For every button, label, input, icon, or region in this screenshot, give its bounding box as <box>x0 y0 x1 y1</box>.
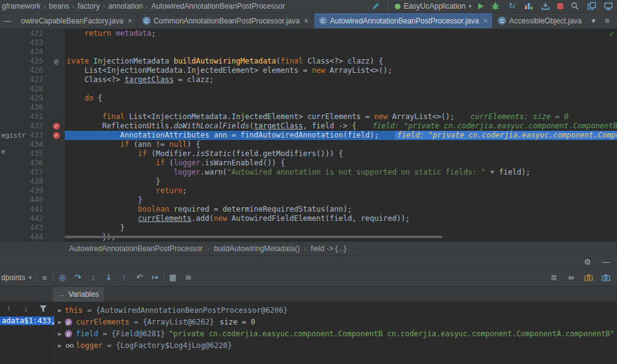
line-number[interactable]: 440 <box>0 196 48 205</box>
gutter[interactable] <box>48 85 65 94</box>
code-text[interactable]: ivate InjectionMetadata buildAutowiringM… <box>65 57 617 66</box>
gutter[interactable]: ✓ <box>48 122 65 131</box>
line-number[interactable]: 422 <box>0 29 48 38</box>
line-number[interactable]: 425 <box>0 57 48 66</box>
horizontal-scrollbar[interactable] <box>65 236 442 238</box>
debug-icon[interactable] <box>491 1 500 11</box>
gutter[interactable] <box>48 159 65 168</box>
code-text[interactable] <box>65 38 617 48</box>
settings-gear-icon[interactable]: ⚙ <box>582 257 592 267</box>
gutter[interactable] <box>48 29 65 38</box>
line-number[interactable]: 435 <box>0 149 48 159</box>
show-execution-point-icon[interactable]: ◎ <box>57 273 67 283</box>
inspections-ok-icon[interactable]: ✓ <box>609 30 615 38</box>
hide-panel-icon[interactable]: — <box>601 257 611 267</box>
gutter[interactable]: ✓ <box>48 131 65 140</box>
profiler-icon[interactable] <box>524 1 534 11</box>
code-text[interactable]: final List<InjectionMetadata.InjectedEle… <box>65 112 617 122</box>
variable-row-logger[interactable]: ▶logger = {LogFactory$Log4jLog@6220} <box>55 339 617 351</box>
breakpoint-icon[interactable]: ✓ <box>53 132 60 139</box>
step-into-icon[interactable]: ↓ <box>88 273 98 283</box>
variable-row-this[interactable]: ▶this = {AutowiredAnnotationBeanPostProc… <box>55 304 617 316</box>
line-number[interactable]: 423 <box>0 38 48 48</box>
tab-variables[interactable]: → Variables <box>53 287 104 302</box>
search-everywhere-icon[interactable] <box>570 1 580 11</box>
watches-icon[interactable]: ∞ <box>566 273 576 283</box>
line-number[interactable]: 432 <box>0 122 48 131</box>
run-to-cursor-icon[interactable]: ↦ <box>150 273 160 283</box>
step-out-icon[interactable]: ↑ <box>119 273 129 283</box>
frame-down-icon[interactable]: ↓ <box>21 304 31 313</box>
code-text[interactable]: } <box>65 196 617 205</box>
breakpoint-icon[interactable]: ✓ <box>53 123 60 130</box>
code-text[interactable]: if (logger.isWarnEnabled()) { <box>65 159 617 168</box>
gutter[interactable] <box>48 94 65 103</box>
install-update-icon[interactable] <box>540 1 550 11</box>
code-text[interactable]: } <box>65 223 617 233</box>
close-tab-icon[interactable]: × <box>128 17 132 25</box>
recent-projects-icon[interactable] <box>587 1 597 11</box>
stop-icon[interactable] <box>557 3 563 9</box>
line-number[interactable]: 441 <box>0 205 48 214</box>
frame-up-icon[interactable]: ↑ <box>4 304 14 313</box>
stack-frame-row[interactable]: adata$1:433, <box>0 316 55 325</box>
gutter[interactable] <box>48 140 65 149</box>
code-text[interactable]: AnnotationAttributes ann = findAutowired… <box>65 131 617 140</box>
code-text[interactable]: return; <box>65 186 617 196</box>
gutter[interactable] <box>48 223 65 233</box>
variable-row-currElements[interactable]: ▶pcurrElements = {ArrayList@6262}size = … <box>55 316 617 328</box>
gutter[interactable] <box>48 38 65 48</box>
navbar-item-gframework[interactable]: gframework <box>2 2 41 10</box>
line-number[interactable]: 427 <box>0 75 48 85</box>
gutter[interactable] <box>48 186 65 196</box>
line-number[interactable]: 428 <box>0 85 48 94</box>
line-number[interactable]: 436 <box>0 159 48 168</box>
filter-icon[interactable] <box>38 304 48 313</box>
expand-arrow-icon[interactable]: ▶ <box>55 331 65 337</box>
gutter[interactable] <box>48 196 65 205</box>
view-options-icon[interactable]: ≡ <box>39 273 49 283</box>
gutter[interactable]: @ <box>48 57 65 66</box>
code-text[interactable]: currElements.add(new AutowiredFieldEleme… <box>65 214 617 223</box>
layout-settings-icon[interactable]: ≣ <box>549 273 559 283</box>
variable-row-field[interactable]: ▶pfield = {Field@6281}"private cn.coderj… <box>55 328 617 339</box>
gutter[interactable] <box>48 75 65 85</box>
breadcrumb-item[interactable]: AutowiredAnnotationBeanPostProcessor <box>69 244 203 253</box>
line-number[interactable]: 434 <box>0 140 48 149</box>
gutter[interactable] <box>48 233 65 242</box>
line-number[interactable]: 444 <box>0 233 48 242</box>
expand-arrow-icon[interactable]: ▶ <box>55 342 65 349</box>
close-tab-icon[interactable]: × <box>304 17 308 25</box>
device-monitor-icon[interactable] <box>603 1 613 11</box>
force-step-into-icon[interactable]: ⇓ <box>104 273 114 283</box>
code-text[interactable]: Class<?> targetClass = clazz; <box>65 75 617 85</box>
memory-camera-icon[interactable] <box>584 273 594 283</box>
code-text[interactable]: logger.warn("Autowired annotation is not… <box>65 168 617 177</box>
run-with-coverage-icon[interactable]: ↻ <box>507 1 517 11</box>
code-text[interactable]: return metadata; <box>65 29 617 38</box>
gutter[interactable] <box>48 66 65 75</box>
navbar-item-annotation[interactable]: annotation <box>108 2 143 10</box>
navbar-item-autowiredannotationbeanpostprocessor[interactable]: AutowiredAnnotationBeanPostProcessor <box>151 2 285 10</box>
code-text[interactable]: ReflectionUtils.doWithLocalFields(target… <box>65 122 617 131</box>
trace-streams-icon[interactable]: ≋ <box>183 273 193 283</box>
editor-tab-3[interactable]: CAutowiredAnnotationBeanPostProcessor.ja… <box>314 13 494 28</box>
code-text[interactable] <box>65 103 617 112</box>
pencil-icon[interactable] <box>371 1 381 11</box>
gutter[interactable] <box>48 177 65 186</box>
code-text[interactable]: if (ann != null) { <box>65 140 617 149</box>
line-number[interactable]: 438 <box>0 177 48 186</box>
gutter[interactable] <box>48 168 65 177</box>
tab-list-chevron-icon[interactable]: ▾ <box>589 16 598 26</box>
code-text[interactable] <box>65 85 617 94</box>
snapshot-camera-icon[interactable] <box>601 273 611 283</box>
code-editor[interactable]: 422 return metadata;423424425@ivate Inje… <box>0 29 617 242</box>
navbar-item-factory[interactable]: factory <box>78 2 100 10</box>
expand-arrow-icon[interactable]: ▶ <box>55 307 65 313</box>
code-text[interactable]: } <box>65 177 617 186</box>
line-number[interactable]: 424 <box>0 48 48 57</box>
frames-selector[interactable]: dpoints <box>1 273 25 282</box>
expand-arrow-icon[interactable]: ▶ <box>55 319 65 325</box>
line-number[interactable]: 439 <box>0 186 48 196</box>
code-text[interactable] <box>65 48 617 57</box>
